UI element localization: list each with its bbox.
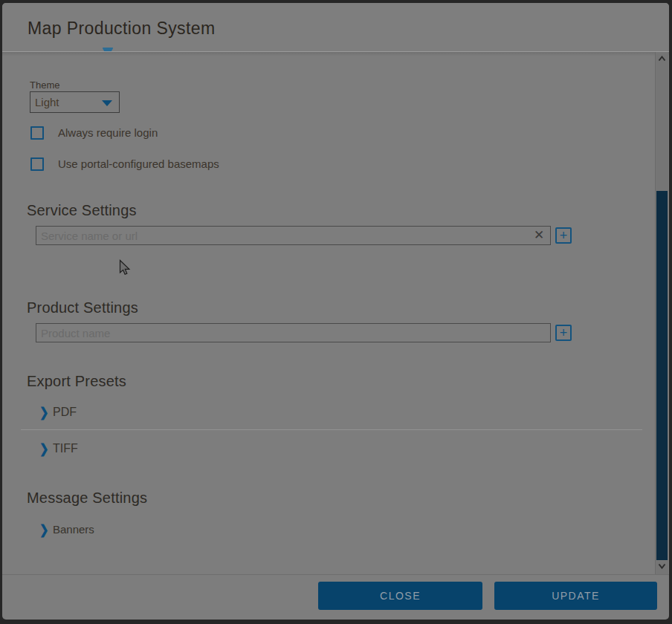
product-settings-heading: Product Settings	[27, 299, 138, 316]
dialog-title: Map Production System	[28, 19, 216, 39]
portal-basemaps-label: Use portal-configured basemaps	[58, 157, 219, 170]
chevron-right-icon[interactable]: ❯	[39, 405, 49, 420]
mouse-cursor	[119, 259, 131, 276]
add-product-button[interactable]: +	[555, 325, 572, 341]
screen: { "dialog": { "title": "Map Production S…	[0, 0, 672, 624]
footer-divider	[2, 574, 669, 575]
always-require-login-label: Always require login	[58, 126, 158, 139]
close-button[interactable]: CLOSE	[318, 582, 482, 610]
chevron-right-icon[interactable]: ❯	[39, 441, 49, 457]
map-production-system-dialog: Map Production System Theme Light Always…	[2, 3, 669, 620]
scrollbar-thumb[interactable]	[656, 191, 668, 560]
portal-basemaps-checkbox[interactable]	[30, 157, 44, 171]
header-shadow	[2, 52, 669, 56]
export-presets-heading: Export Presets	[27, 373, 126, 390]
always-require-login-checkbox[interactable]	[30, 126, 44, 140]
service-settings-heading: Service Settings	[27, 202, 137, 219]
theme-label: Theme	[30, 79, 59, 91]
add-service-button[interactable]: +	[555, 227, 572, 244]
vertical-scrollbar[interactable]	[655, 52, 668, 574]
export-preset-pdf[interactable]: PDF	[53, 406, 77, 419]
chevron-down-icon[interactable]	[658, 563, 666, 569]
dialog-header: Map Production System	[2, 3, 669, 51]
theme-select[interactable]: Light	[30, 91, 120, 113]
chevron-right-icon[interactable]: ❯	[39, 522, 49, 538]
theme-select-value: Light	[35, 96, 59, 108]
chevron-up-icon[interactable]	[658, 56, 666, 62]
preset-divider	[21, 429, 642, 430]
update-button[interactable]: UPDATE	[494, 582, 657, 610]
export-preset-tiff[interactable]: TIFF	[53, 442, 78, 455]
chevron-down-icon	[102, 100, 112, 106]
service-name-input[interactable]	[36, 226, 551, 245]
product-name-input[interactable]	[36, 323, 551, 342]
clear-icon[interactable]: ✕	[532, 228, 546, 243]
message-settings-heading: Message Settings	[27, 490, 147, 507]
message-setting-banners[interactable]: Banners	[53, 523, 94, 536]
